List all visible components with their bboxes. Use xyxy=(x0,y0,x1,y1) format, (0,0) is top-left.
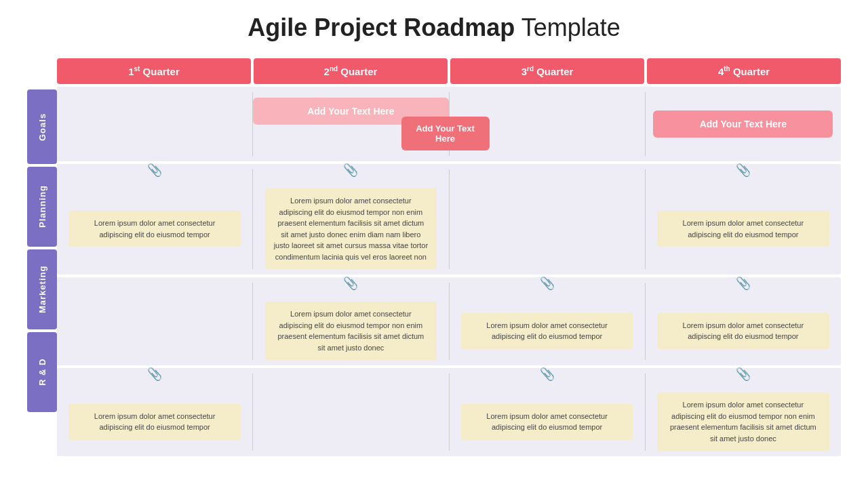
planning-q1-sticky-wrapper: 📎 Lorem ipsum dolor amet consectetur adi… xyxy=(57,201,252,247)
goals-q4: Add Your Text Here xyxy=(646,92,841,156)
quarter-3-header: 3rd Quarter xyxy=(450,58,644,84)
marketing-q4: 📎 Lorem ipsum dolor amet consectetur adi… xyxy=(646,283,841,360)
clip-icon-5: 📎 xyxy=(540,276,555,291)
marketing-q3: 📎 Lorem ipsum dolor amet consectetur adi… xyxy=(450,283,646,360)
rd-q4: 📎 Lorem ipsum dolor amet consectetur adi… xyxy=(646,373,841,451)
rd-q2 xyxy=(253,373,449,451)
quarters-row: 1st Quarter 2nd Quarter 3rd Quarter 4th … xyxy=(57,58,841,84)
marketing-q3-sticky-wrapper: 📎 Lorem ipsum dolor amet consectetur adi… xyxy=(450,304,645,349)
marketing-row: 📎 Lorem ipsum dolor amet consectetur adi… xyxy=(57,277,841,365)
planning-q1-note: Lorem ipsum dolor amet consectetur adipi… xyxy=(68,211,241,247)
marketing-q3-note: Lorem ipsum dolor amet consectetur adipi… xyxy=(461,313,633,349)
marketing-q2: 📎 Lorem ipsum dolor amet consectetur adi… xyxy=(253,283,449,360)
goals-overlap-box[interactable]: Add Your Text Here xyxy=(401,117,490,150)
rd-q3: 📎 Lorem ipsum dolor amet consectetur adi… xyxy=(450,373,646,451)
marketing-q2-note: Lorem ipsum dolor amet consectetur adipi… xyxy=(265,302,437,360)
title-normal: Template xyxy=(515,14,620,41)
planning-q1: 📎 Lorem ipsum dolor amet consectetur adi… xyxy=(57,169,253,269)
page-title: Agile Project Roadmap Template xyxy=(248,14,620,42)
rd-q4-note: Lorem ipsum dolor amet consectetur adipi… xyxy=(657,392,829,451)
clip-icon-7: 📎 xyxy=(147,367,162,382)
clip-icon-6: 📎 xyxy=(736,276,751,291)
clip-icon-8: 📎 xyxy=(540,367,555,382)
planning-q2-sticky-wrapper: 📎 Lorem ipsum dolor amet consectetur adi… xyxy=(253,179,448,269)
roadmap-container: Goals Planning Marketing R & D 1st Quart… xyxy=(27,58,841,459)
marketing-q4-sticky-wrapper: 📎 Lorem ipsum dolor amet consectetur adi… xyxy=(646,304,841,349)
quarter-4-header: 4th Quarter xyxy=(647,58,841,84)
marketing-q2-sticky-wrapper: 📎 Lorem ipsum dolor amet consectetur adi… xyxy=(253,292,448,360)
clip-icon-9: 📎 xyxy=(736,367,751,382)
planning-label: Planning xyxy=(27,167,57,247)
planning-q4: 📎 Lorem ipsum dolor amet consectetur adi… xyxy=(646,169,841,269)
planning-row: 📎 Lorem ipsum dolor amet consectetur adi… xyxy=(57,164,841,274)
goals-q2: Add Your Text Here Add Your Text Here xyxy=(253,92,449,156)
goals-q4-box[interactable]: Add Your Text Here xyxy=(653,110,833,138)
rd-row: 📎 Lorem ipsum dolor amet consectetur adi… xyxy=(57,368,841,456)
rd-q4-sticky-wrapper: 📎 Lorem ipsum dolor amet consectetur adi… xyxy=(646,383,841,451)
goals-row: Add Your Text Here Add Your Text Here Ad… xyxy=(57,87,841,161)
grid-area: 1st Quarter 2nd Quarter 3rd Quarter 4th … xyxy=(57,58,841,459)
marketing-label: Marketing xyxy=(27,249,57,329)
clip-icon-1: 📎 xyxy=(147,163,162,178)
marketing-q1 xyxy=(57,283,253,360)
label-spacer xyxy=(27,58,57,89)
planning-q2-note: Lorem ipsum dolor amet consectetur adipi… xyxy=(265,188,437,269)
rd-q1: 📎 Lorem ipsum dolor amet consectetur adi… xyxy=(57,373,253,451)
clip-icon-4: 📎 xyxy=(343,276,358,291)
rd-label: R & D xyxy=(27,332,57,412)
rd-q3-note: Lorem ipsum dolor amet consectetur adipi… xyxy=(461,404,633,440)
quarter-1-header: 1st Quarter xyxy=(57,58,251,84)
rd-q1-note: Lorem ipsum dolor amet consectetur adipi… xyxy=(68,404,241,440)
clip-icon-2: 📎 xyxy=(343,163,358,178)
title-bold: Agile Project Roadmap xyxy=(248,14,515,41)
quarter-2-header: 2nd Quarter xyxy=(254,58,448,84)
row-labels: Goals Planning Marketing R & D xyxy=(27,58,57,459)
goals-label: Goals xyxy=(27,89,57,164)
rd-q3-sticky-wrapper: 📎 Lorem ipsum dolor amet consectetur adi… xyxy=(450,394,645,440)
rd-q1-sticky-wrapper: 📎 Lorem ipsum dolor amet consectetur adi… xyxy=(57,394,252,440)
marketing-q4-note: Lorem ipsum dolor amet consectetur adipi… xyxy=(657,313,829,349)
planning-q2: 📎 Lorem ipsum dolor amet consectetur adi… xyxy=(253,169,449,269)
planning-q4-note: Lorem ipsum dolor amet consectetur adipi… xyxy=(657,211,829,247)
planning-q4-sticky-wrapper: 📎 Lorem ipsum dolor amet consectetur adi… xyxy=(646,201,841,247)
clip-icon-3: 📎 xyxy=(736,163,751,178)
planning-q3 xyxy=(450,169,646,269)
goals-q1 xyxy=(57,92,253,156)
